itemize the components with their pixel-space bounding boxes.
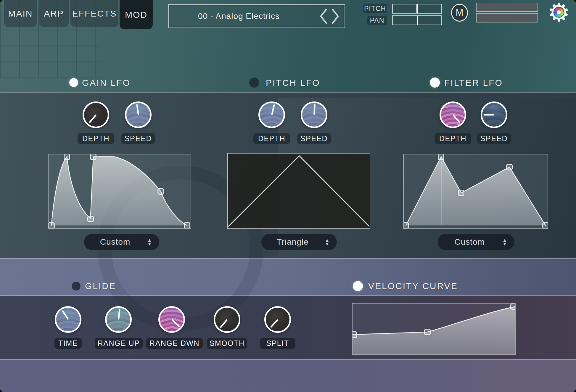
knob-pointer — [171, 319, 180, 327]
preset-selector[interactable]: 00 - Analog Electrics — [168, 4, 345, 28]
curve-handle[interactable] — [506, 164, 513, 170]
gain-speed-label: SPEED — [121, 133, 155, 144]
pitch-lfo-waveform-display[interactable] — [227, 153, 370, 229]
filter-lfo-title: FILTER LFO — [444, 78, 503, 88]
pitch-label: PITCH — [363, 4, 387, 13]
pitch-lfo-toggle[interactable] — [249, 78, 259, 88]
meter-bar-bottom[interactable] — [476, 13, 538, 22]
pitch-lfo-title: PITCH LFO — [266, 78, 320, 88]
knob-pointer — [89, 114, 96, 123]
pitch-slider-thumb[interactable] — [416, 4, 418, 13]
filter-waveform-value: Custom — [454, 237, 485, 247]
preset-prev-icon[interactable] — [319, 8, 328, 25]
pitch-waveform-dropdown[interactable]: Triangle ▲▼ — [261, 234, 337, 250]
gain-depth-label: DEPTH — [78, 133, 114, 144]
knob-pointer — [270, 319, 278, 328]
pitch-slider[interactable] — [392, 4, 442, 14]
velocity-curve-title: VELOCITY CURVE — [368, 281, 458, 291]
pitch-depth-knob[interactable] — [258, 101, 285, 128]
plugin-window: MAIN ARP EFFECTS MOD 00 - Analog Electri… — [0, 0, 576, 392]
gain-speed-knob[interactable] — [125, 101, 152, 128]
pitch-speed-knob[interactable] — [301, 101, 327, 128]
stepper-icon[interactable]: ▲▼ — [325, 238, 330, 246]
preset-name: 00 - Analog Electrics — [169, 12, 345, 21]
stepper-icon[interactable]: ▲▼ — [502, 238, 507, 246]
pitch-waveform-value: Triangle — [276, 237, 308, 247]
knob-pointer — [483, 114, 494, 116]
gain-depth-knob[interactable] — [83, 101, 109, 128]
gain-lfo-title: GAIN LFO — [82, 78, 131, 88]
velocity-curve-toggle[interactable] — [353, 281, 363, 291]
filter-lfo-waveform-display[interactable] — [403, 154, 548, 229]
curve-handle[interactable] — [542, 222, 548, 229]
tab-effects[interactable]: EFFECTS — [70, 0, 118, 27]
filter-speed-knob[interactable] — [481, 101, 507, 128]
glide-smooth-knob[interactable] — [214, 306, 240, 333]
glide-toggle[interactable] — [72, 282, 81, 291]
knob-pointer — [118, 309, 120, 320]
stepper-icon[interactable]: ▲▼ — [147, 238, 152, 246]
waveform-line — [229, 156, 369, 226]
waveform-fill — [52, 157, 187, 226]
curve-handle[interactable] — [403, 222, 409, 229]
curve-handle[interactable] — [157, 188, 164, 195]
settings-button[interactable]: ⚙ — [548, 2, 569, 23]
curve-handle[interactable] — [184, 222, 190, 229]
glide-range-up-knob[interactable] — [105, 306, 132, 333]
curve-handle[interactable] — [64, 154, 70, 160]
knob-pointer — [313, 104, 316, 115]
gain-waveform-value: Custom — [100, 237, 130, 247]
tab-mod[interactable]: MOD — [120, 0, 153, 29]
filter-waveform-dropdown[interactable]: Custom ▲▼ — [438, 234, 514, 250]
pitch-depth-label: DEPTH — [253, 133, 290, 144]
curve-handle[interactable] — [352, 331, 357, 338]
glide-smooth-label: SMOOTH — [207, 338, 247, 349]
gain-waveform-dropdown[interactable]: Custom ▲▼ — [84, 234, 159, 250]
knob-pointer — [271, 104, 275, 115]
curve-handle[interactable] — [458, 190, 464, 196]
gain-lfo-waveform-display[interactable] — [48, 154, 191, 229]
knob-pointer — [136, 104, 139, 115]
gain-lfo-toggle[interactable] — [69, 78, 78, 87]
filter-speed-label: SPEED — [477, 133, 511, 144]
curve-handle[interactable] — [87, 216, 94, 222]
gear-icon: ⚙ — [547, 2, 570, 23]
pan-label: PAN — [367, 16, 387, 25]
filter-depth-knob[interactable] — [440, 101, 466, 128]
glide-range-up-label: RANGE UP — [95, 338, 143, 349]
glide-split-label: SPLIT — [260, 338, 295, 349]
preset-next-icon[interactable] — [331, 8, 340, 25]
tab-arp[interactable]: ARP — [39, 0, 69, 27]
background-bottom-band — [0, 359, 576, 392]
knob-pointer — [220, 319, 228, 328]
knob-pointer — [452, 114, 460, 123]
glide-time-label: TIME — [54, 338, 82, 349]
glide-title: GLIDE — [85, 281, 116, 291]
knob-pointer — [62, 310, 69, 320]
glide-time-knob[interactable] — [55, 306, 81, 333]
curve-handle[interactable] — [90, 154, 96, 160]
filter-depth-label: DEPTH — [435, 133, 471, 144]
curve-handle[interactable] — [424, 329, 431, 335]
glide-range-down-label: RANGE DWN — [146, 338, 203, 349]
pitch-speed-label: SPEED — [297, 133, 331, 144]
curve-handle[interactable] — [510, 303, 516, 310]
pan-slider[interactable] — [392, 15, 442, 25]
curve-handle[interactable] — [438, 154, 444, 160]
curve-handle[interactable] — [48, 222, 55, 229]
glide-range-down-knob[interactable] — [158, 306, 185, 333]
glide-split-knob[interactable] — [264, 306, 291, 333]
midi-button[interactable]: M — [451, 4, 468, 22]
tab-main[interactable]: MAIN — [4, 0, 37, 27]
pan-slider-thumb[interactable] — [417, 16, 418, 25]
filter-lfo-toggle[interactable] — [430, 78, 440, 88]
meter-bar-top[interactable] — [476, 3, 538, 12]
velocity-curve-display[interactable] — [352, 303, 516, 355]
